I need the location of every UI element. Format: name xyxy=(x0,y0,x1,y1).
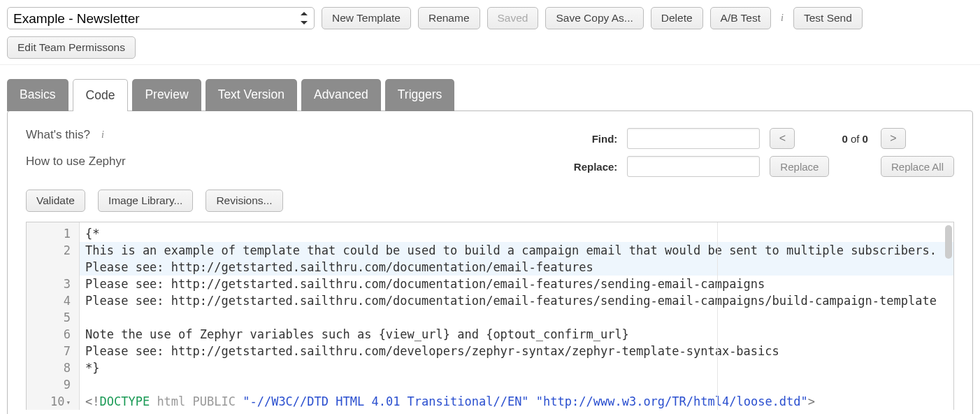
image-library-button[interactable]: Image Library... xyxy=(98,190,194,212)
replace-input[interactable] xyxy=(627,156,760,177)
editor-gutter: 12 345678910 xyxy=(27,222,80,410)
gutter-line-number: 5 xyxy=(27,309,71,326)
tab-advanced[interactable]: Advanced xyxy=(301,79,381,111)
find-label: Find: xyxy=(574,133,618,145)
delete-button[interactable]: Delete xyxy=(651,7,703,29)
find-count: 0 of 0 xyxy=(839,133,871,145)
tab-preview[interactable]: Preview xyxy=(132,79,201,111)
whats-this-link[interactable]: What's this? xyxy=(26,128,90,142)
gutter-line-number: 7 xyxy=(27,343,71,359)
replace-button[interactable]: Replace xyxy=(770,156,829,177)
tab-text-version[interactable]: Text Version xyxy=(206,79,297,111)
code-line[interactable]: Please see: http://getstarted.sailthru.c… xyxy=(85,292,948,309)
template-select[interactable]: Example - Newsletter xyxy=(7,7,315,29)
code-line[interactable] xyxy=(85,309,948,326)
code-line[interactable] xyxy=(85,376,948,393)
gutter-line-number: 9 xyxy=(27,376,71,393)
gutter-line-number: 3 xyxy=(27,276,71,292)
save-copy-as-button[interactable]: Save Copy As... xyxy=(545,7,643,29)
tabs-bar: Basics Code Preview Text Version Advance… xyxy=(0,65,980,111)
find-replace-panel: Find: < 0 of 0 > Replace: Replace Replac… xyxy=(574,128,954,177)
new-template-button[interactable]: New Template xyxy=(322,7,411,29)
editor-scrollbar[interactable] xyxy=(945,225,952,259)
find-next-button[interactable]: > xyxy=(881,128,906,149)
code-line[interactable]: Note the use of Zephyr variables such as… xyxy=(85,326,948,343)
replace-all-button[interactable]: Replace All xyxy=(881,156,954,177)
gutter-line-number: 8 xyxy=(27,359,71,376)
gutter-line-number: 6 xyxy=(27,326,71,343)
code-line[interactable]: {* xyxy=(85,225,948,242)
tab-triggers[interactable]: Triggers xyxy=(385,79,455,111)
gutter-line-number: 2 xyxy=(27,242,71,259)
editor-ruler xyxy=(717,222,718,410)
find-input[interactable] xyxy=(627,128,760,149)
code-line[interactable]: Please see: http://getstarted.sailthru.c… xyxy=(85,343,948,359)
replace-label: Replace: xyxy=(574,161,618,173)
ab-test-info-icon[interactable]: i xyxy=(778,13,786,24)
code-line[interactable]: <!DOCTYPE html PUBLIC "-//W3C//DTD HTML … xyxy=(85,393,948,410)
code-line[interactable]: This is an example of template that coul… xyxy=(80,242,953,276)
ab-test-button[interactable]: A/B Test xyxy=(710,7,771,29)
code-line[interactable]: Please see: http://getstarted.sailthru.c… xyxy=(85,276,948,292)
find-prev-button[interactable]: < xyxy=(770,128,795,149)
tab-basics[interactable]: Basics xyxy=(7,79,69,111)
saved-button: Saved xyxy=(487,7,539,29)
revisions-button[interactable]: Revisions... xyxy=(206,190,282,212)
rename-button[interactable]: Rename xyxy=(418,7,480,29)
how-to-use-zephyr-link[interactable]: How to use Zephyr xyxy=(26,155,126,169)
code-editor[interactable]: 12 345678910 {*This is an example of tem… xyxy=(26,222,954,410)
code-line[interactable]: *} xyxy=(85,359,948,376)
test-send-button[interactable]: Test Send xyxy=(793,7,863,29)
gutter-line-number: 10 xyxy=(27,393,71,410)
code-panel: What's this? i How to use Zephyr Find: <… xyxy=(7,110,973,414)
gutter-line-number: 1 xyxy=(27,225,71,242)
tab-code[interactable]: Code xyxy=(73,79,129,111)
whats-this-info-icon[interactable]: i xyxy=(99,129,107,141)
gutter-line-number: 4 xyxy=(27,292,71,309)
validate-button[interactable]: Validate xyxy=(26,190,85,212)
toolbar-region: Example - Newsletter New Template Rename… xyxy=(0,0,980,65)
editor-content[interactable]: {*This is an example of template that co… xyxy=(80,222,953,410)
edit-team-permissions-button[interactable]: Edit Team Permissons xyxy=(7,36,136,59)
